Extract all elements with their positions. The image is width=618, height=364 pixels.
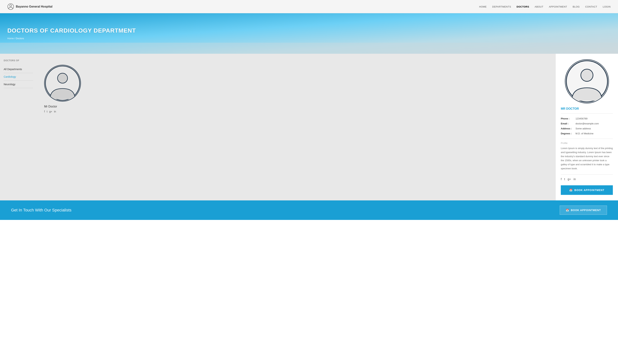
- email-label: Email :: [561, 122, 576, 125]
- footer-book-label: BOOK APPOINTMENT: [571, 209, 601, 212]
- sidebar-item-cardiology[interactable]: Cardiology: [4, 73, 33, 81]
- footer-text: Get In Touch With Our Specialists: [11, 208, 72, 213]
- degrees-value: M.D. of Medicine: [576, 132, 593, 135]
- nav-about[interactable]: ABOUT: [535, 5, 543, 8]
- nav-blog[interactable]: BLOG: [573, 5, 580, 8]
- navbar: Bayanno General Hospital HOME DEPARTMENT…: [0, 0, 618, 13]
- nav-departments[interactable]: DEPARTMENTS: [492, 5, 511, 8]
- nav-home[interactable]: HOME: [479, 5, 487, 8]
- nav-appointment-link[interactable]: APPOINTMENT: [549, 5, 567, 8]
- doctor-social: f t g+ in: [44, 110, 81, 113]
- phone-row: Phone : 123456789: [561, 117, 613, 120]
- svg-point-1: [10, 5, 12, 7]
- doctor-name: Mr Doctor: [44, 105, 81, 108]
- right-panel-avatar: [565, 59, 609, 104]
- breadcrumb-home[interactable]: Home: [7, 37, 14, 40]
- nav-blog-link[interactable]: BLOG: [573, 5, 580, 8]
- sidebar-heading: DOCTORS OF: [4, 59, 33, 62]
- book-appointment-button[interactable]: 📅 BOOK APPOINTMENT: [561, 185, 613, 195]
- right-googleplus-icon[interactable]: g+: [567, 178, 571, 181]
- hero-section: DOCTORS OF CARDIOLOGY DEPARTMENT Home / …: [0, 13, 618, 54]
- calendar-icon: 📅: [569, 189, 573, 192]
- right-facebook-icon[interactable]: f: [561, 178, 562, 181]
- address-row: Address : Some address: [561, 127, 613, 130]
- right-panel: MR DOCTOR Phone : 123456789 Email : doct…: [555, 54, 618, 200]
- nav-contact-link[interactable]: CONTACT: [585, 5, 597, 8]
- twitter-icon[interactable]: t: [47, 110, 48, 113]
- svg-point-3: [58, 73, 67, 83]
- brand: Bayanno General Hospital: [7, 3, 52, 10]
- footer-calendar-icon: 📅: [566, 209, 569, 212]
- right-twitter-icon[interactable]: t: [564, 178, 565, 181]
- sidebar-item-neurology[interactable]: Neurology: [4, 81, 33, 88]
- nav-login[interactable]: LOGIN: [603, 5, 611, 8]
- nav-home-link[interactable]: HOME: [479, 5, 487, 8]
- hero-title: DOCTORS OF CARDIOLOGY DEPARTMENT: [7, 27, 611, 34]
- right-linkedin-icon[interactable]: in: [573, 178, 576, 181]
- nav-appointment[interactable]: APPOINTMENT: [549, 5, 567, 8]
- nav-contact[interactable]: CONTACT: [585, 5, 597, 8]
- profile-label: Profile: [561, 142, 613, 144]
- profile-text: Lorem Ipsum is simply dummy text of the …: [561, 146, 613, 171]
- sidebar: DOCTORS OF All Departments Cardiology Ne…: [0, 54, 37, 200]
- right-panel-social: f t g+ in: [561, 174, 613, 181]
- brand-name: Bayanno General Hospital: [16, 5, 52, 8]
- googleplus-icon[interactable]: g+: [49, 110, 52, 113]
- nav-links: HOME DEPARTMENTS DOCTORS ABOUT APPOINTME…: [479, 5, 611, 8]
- svg-point-5: [581, 69, 593, 81]
- brand-icon: [7, 3, 14, 10]
- linkedin-icon[interactable]: in: [54, 110, 56, 113]
- nav-doctors-link[interactable]: DOCTORS: [517, 5, 529, 8]
- nav-about-link[interactable]: ABOUT: [535, 5, 543, 8]
- email-row: Email : doctor@example.com: [561, 122, 613, 125]
- phone-value: 123456789: [576, 117, 588, 120]
- nav-departments-link[interactable]: DEPARTMENTS: [492, 5, 511, 8]
- right-doctor-name: MR DOCTOR: [561, 107, 613, 114]
- degrees-label: Degrees :: [561, 132, 576, 135]
- profile-section: Profile Lorem Ipsum is simply dummy text…: [561, 139, 613, 171]
- address-value: Some address: [576, 127, 591, 130]
- nav-doctors[interactable]: DOCTORS: [517, 5, 529, 8]
- nav-login-link[interactable]: LOGIN: [603, 5, 611, 8]
- right-panel-avatar-container: [561, 59, 613, 104]
- sidebar-item-all[interactable]: All Departments: [4, 65, 33, 73]
- main-content: Mr Doctor f t g+ in: [37, 54, 555, 200]
- email-value: doctor@example.com: [576, 122, 599, 125]
- phone-label: Phone :: [561, 117, 576, 120]
- degrees-row: Degrees : M.D. of Medicine: [561, 132, 613, 135]
- breadcrumb-current: Doctors: [16, 37, 24, 40]
- doctor-card: Mr Doctor f t g+ in: [44, 65, 81, 113]
- address-label: Address :: [561, 127, 576, 130]
- facebook-icon[interactable]: f: [44, 110, 45, 113]
- doctor-avatar: [44, 65, 81, 102]
- footer-banner: Get In Touch With Our Specialists 📅 BOOK…: [0, 200, 618, 220]
- breadcrumb: Home / Doctors: [7, 37, 611, 40]
- book-appointment-label: BOOK APPOINTMENT: [574, 189, 604, 192]
- footer-book-appointment-button[interactable]: 📅 BOOK APPOINTMENT: [560, 206, 607, 215]
